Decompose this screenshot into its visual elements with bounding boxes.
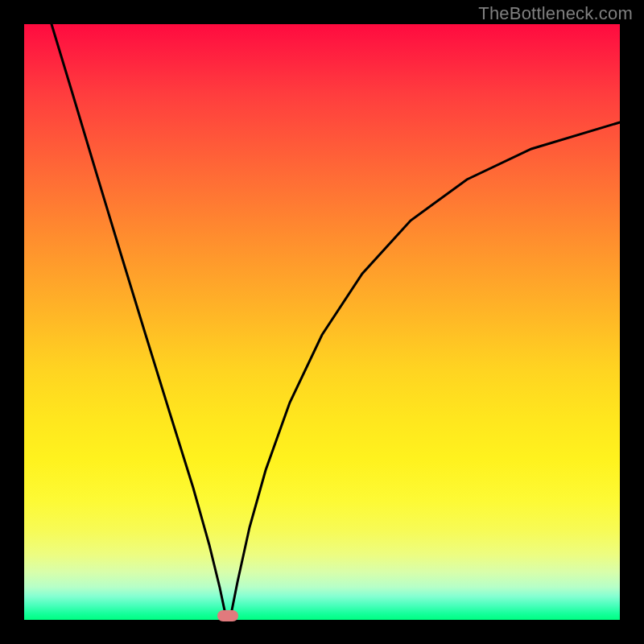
watermark-text: TheBottleneck.com	[478, 3, 633, 24]
bottleneck-curve	[24, 24, 620, 620]
curve-left-branch	[52, 24, 225, 614]
plot-area	[24, 24, 620, 620]
curve-right-branch	[231, 122, 620, 614]
optimal-marker	[217, 610, 238, 621]
chart-frame: TheBottleneck.com	[0, 0, 644, 644]
